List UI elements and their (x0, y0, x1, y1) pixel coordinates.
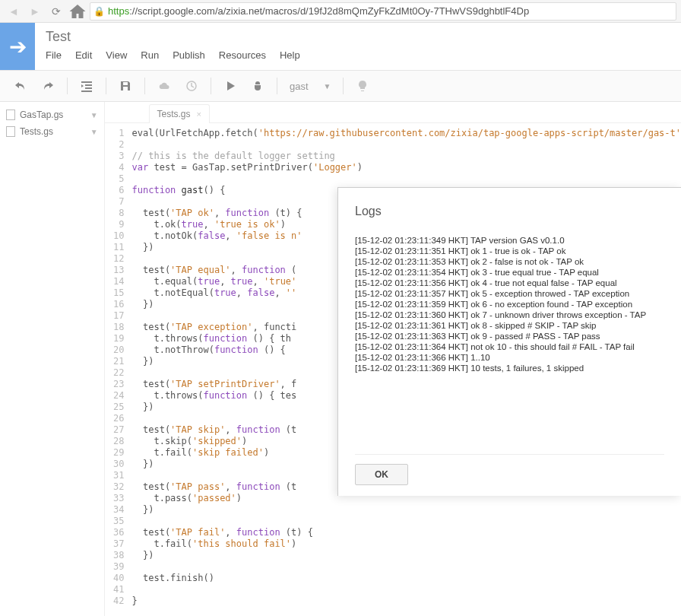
url-text: ://script.google.com/a/zixia.net/macros/… (129, 5, 529, 17)
menu-edit[interactable]: Edit (75, 49, 92, 61)
file-icon (6, 110, 15, 120)
separator (67, 78, 68, 94)
file-icon (6, 126, 15, 137)
redo-button[interactable] (36, 75, 59, 97)
tab-label: Tests.gs (157, 109, 191, 119)
save-button[interactable] (114, 75, 137, 97)
apps-script-logo[interactable]: ➔ (0, 23, 35, 70)
run-button[interactable] (219, 75, 242, 97)
logs-dialog: Logs [15-12-02 01:23:11:349 HKT] TAP ver… (337, 187, 681, 496)
caret-down-icon: ▼ (324, 82, 331, 90)
tab-strip: Tests.gs × (105, 102, 681, 123)
editor-tab[interactable]: Tests.gs × (149, 104, 210, 123)
dialog-footer: OK (355, 454, 664, 485)
sidebar-file[interactable]: GasTap.gs ▼ (0, 106, 104, 123)
file-sidebar: GasTap.gs ▼ Tests.gs ▼ (0, 102, 105, 616)
url-bar[interactable]: 🔒 https://script.google.com/a/zixia.net/… (90, 2, 676, 21)
caret-down-icon[interactable]: ▼ (90, 111, 98, 119)
menu-help[interactable]: Help (280, 49, 300, 61)
project-title[interactable]: Test (46, 29, 670, 45)
back-button[interactable]: ◄ (5, 2, 23, 21)
function-name: gast (290, 81, 309, 92)
menu-publish[interactable]: Publish (173, 49, 205, 61)
undo-button[interactable] (9, 75, 32, 97)
menu-view[interactable]: View (106, 49, 127, 61)
close-icon[interactable]: × (197, 110, 201, 119)
reload-button[interactable]: ⟳ (47, 2, 65, 21)
separator (343, 78, 344, 94)
function-select[interactable]: gast ▼ (285, 81, 335, 92)
home-button[interactable] (68, 2, 87, 21)
line-gutter: 1234567891011121314151617181920212223242… (105, 128, 132, 607)
sidebar-file[interactable]: Tests.gs ▼ (0, 123, 104, 140)
url-scheme: https (108, 5, 129, 17)
app-header: ➔ Test File Edit View Run Publish Resour… (0, 23, 681, 70)
separator (106, 78, 106, 94)
lightbulb-button[interactable] (351, 75, 374, 97)
forward-button[interactable]: ► (26, 2, 44, 21)
log-output: [15-12-02 01:23:11:349 HKT] TAP version … (355, 235, 664, 454)
caret-down-icon[interactable]: ▼ (90, 128, 98, 136)
dialog-title: Logs (355, 205, 664, 218)
file-name: Tests.gs (20, 126, 53, 137)
separator (211, 78, 211, 94)
indent-button[interactable] (75, 75, 98, 97)
deploy-button[interactable] (153, 75, 176, 97)
menu-run[interactable]: Run (141, 49, 159, 61)
menu-file[interactable]: File (46, 49, 62, 61)
toolbar: gast ▼ (0, 70, 681, 102)
menu-resources[interactable]: Resources (219, 49, 266, 61)
separator (144, 78, 145, 94)
triggers-button[interactable] (180, 75, 203, 97)
ok-button[interactable]: OK (355, 464, 408, 485)
file-name: GasTap.gs (20, 110, 63, 120)
menu-bar: File Edit View Run Publish Resources Hel… (46, 49, 670, 61)
browser-bar: ◄ ► ⟳ 🔒 https://script.google.com/a/zixi… (0, 0, 681, 23)
separator (277, 78, 277, 94)
debug-button[interactable] (246, 75, 269, 97)
lock-icon: 🔒 (93, 6, 105, 17)
